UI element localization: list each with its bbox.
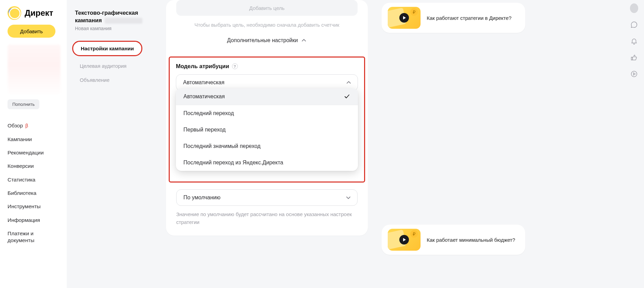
nav-item-label: Обзор bbox=[8, 123, 23, 128]
top-up-button[interactable]: Пополнить bbox=[8, 99, 39, 109]
attribution-option-automatic[interactable]: Автоматическая bbox=[176, 88, 358, 105]
settings-card: Добавить цель Чтобы выбрать цель, необхо… bbox=[166, 0, 368, 236]
attribution-option-label: Последний переход bbox=[183, 110, 234, 116]
help-card-strategies[interactable]: Как работают стратегии в Директе? bbox=[382, 3, 525, 33]
nav-item-tools[interactable]: Инструменты bbox=[8, 200, 61, 213]
left-sidebar: Директ Добавить Пополнить Обзор β Кампан… bbox=[0, 0, 67, 288]
default-value-select[interactable]: По умолчанию bbox=[176, 189, 358, 206]
main-nav: Обзор β Кампании Рекомендации Конверсии … bbox=[8, 119, 61, 247]
attribution-dropdown: Автоматическая Последний переход Первый … bbox=[176, 88, 358, 171]
nav-item-conversions[interactable]: Конверсии bbox=[8, 159, 61, 173]
default-value-hint: Значение по умолчанию будет рассчитано н… bbox=[176, 211, 358, 226]
help-icon[interactable]: ? bbox=[232, 63, 238, 69]
default-select-value: По умолчанию bbox=[183, 195, 220, 201]
extra-settings-toggle[interactable]: Дополнительные настройки bbox=[176, 37, 358, 43]
chevron-up-icon bbox=[346, 80, 351, 85]
add-button[interactable]: Добавить bbox=[8, 25, 55, 38]
nav-item-overview[interactable]: Обзор β bbox=[8, 119, 61, 133]
right-icon-rail bbox=[626, 1, 643, 78]
chat-icon[interactable] bbox=[630, 21, 638, 29]
campaign-header: Текстово-графическая кампания Новая камп… bbox=[75, 9, 158, 31]
steps-column: Текстово-графическая кампания Новая камп… bbox=[67, 0, 166, 288]
step-target-audience[interactable]: Целевая аудитория bbox=[75, 59, 158, 73]
brand-name: Директ bbox=[25, 8, 53, 18]
chevron-up-icon bbox=[301, 38, 307, 43]
campaign-title-line1: Текстово-графическая bbox=[75, 9, 158, 16]
campaign-subtitle: Новая кампания bbox=[75, 26, 158, 31]
attribution-label: Модель атрибуции bbox=[176, 63, 229, 70]
campaign-title-line2: кампания bbox=[75, 16, 158, 24]
bell-icon[interactable] bbox=[630, 37, 638, 45]
account-summary-blurred bbox=[8, 45, 61, 96]
help-card-text: Как работают стратегии в Директе? bbox=[427, 15, 512, 21]
nav-item-payments[interactable]: Платежи и документы bbox=[8, 227, 61, 247]
brand-row: Директ bbox=[8, 6, 61, 20]
step-campaign-settings[interactable]: Настройки кампании bbox=[72, 41, 142, 56]
campaign-title-prefix: кампания bbox=[75, 17, 102, 23]
play-circle-icon[interactable] bbox=[630, 70, 638, 78]
extra-settings-label: Дополнительные настройки bbox=[227, 37, 298, 43]
attribution-option-last-yandex-direct[interactable]: Последний переход из Яндекс.Директа bbox=[176, 154, 358, 171]
help-thumb-icon bbox=[388, 7, 421, 29]
main-column: Добавить цель Чтобы выбрать цель, необхо… bbox=[166, 0, 368, 288]
play-icon bbox=[399, 235, 409, 245]
steps-list: Настройки кампании Целевая аудитория Объ… bbox=[75, 41, 158, 87]
play-icon bbox=[399, 13, 409, 23]
attribution-option-label: Автоматическая bbox=[183, 93, 225, 100]
brand-logo-icon bbox=[8, 6, 21, 20]
attribution-option-label: Первый переход bbox=[183, 127, 226, 133]
nav-item-statistics[interactable]: Статистика bbox=[8, 173, 61, 186]
add-goal-button[interactable]: Добавить цель bbox=[176, 0, 358, 16]
attribution-option-label: Последний переход из Яндекс.Директа bbox=[183, 160, 283, 166]
nav-item-campaigns[interactable]: Кампании bbox=[8, 133, 61, 146]
step-ad[interactable]: Объявление bbox=[75, 73, 158, 87]
campaign-name-blurred bbox=[105, 18, 142, 24]
help-card-text: Как работает минимальный бюджет? bbox=[427, 237, 515, 243]
attribution-label-row: Модель атрибуции ? bbox=[176, 63, 358, 70]
nav-item-recommendations[interactable]: Рекомендации bbox=[8, 146, 61, 159]
svg-point-0 bbox=[631, 71, 637, 77]
attribution-selected-value: Автоматическая bbox=[183, 79, 224, 86]
check-icon bbox=[344, 93, 350, 100]
attribution-highlight-box: Модель атрибуции ? Автоматическая Автома… bbox=[169, 57, 365, 183]
help-card-budget[interactable]: Как работает минимальный бюджет? bbox=[382, 225, 525, 255]
attribution-option-label: Последний значимый переход bbox=[183, 143, 260, 149]
help-thumb-icon bbox=[388, 229, 421, 251]
nav-item-information[interactable]: Информация bbox=[8, 213, 61, 227]
like-icon[interactable] bbox=[630, 53, 638, 62]
attribution-option-last-significant[interactable]: Последний значимый переход bbox=[176, 138, 358, 154]
beta-badge: β bbox=[25, 123, 28, 128]
chevron-down-icon bbox=[346, 195, 351, 200]
help-column: Как работают стратегии в Директе? Как ра… bbox=[382, 0, 525, 288]
avatar-icon[interactable] bbox=[630, 4, 638, 12]
goal-hint-text: Чтобы выбрать цель, необходимо сначала д… bbox=[176, 22, 358, 28]
attribution-option-first-click[interactable]: Первый переход bbox=[176, 122, 358, 138]
nav-item-library[interactable]: Библиотека bbox=[8, 186, 61, 200]
attribution-option-last-click[interactable]: Последний переход bbox=[176, 105, 358, 122]
